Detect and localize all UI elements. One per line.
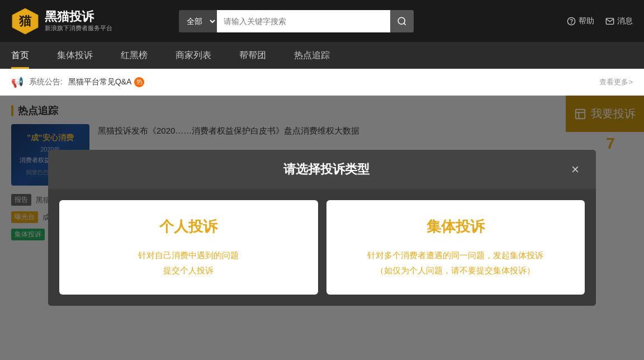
personal-complaint-desc: 针对自己消费中遇到的问题 提交个人投诉 (70, 248, 307, 278)
personal-complaint-title: 个人投诉 (70, 217, 307, 236)
svg-point-2 (398, 17, 405, 24)
nav-item-home[interactable]: 首页 (11, 42, 29, 69)
complaint-type-modal: 请选择投诉类型 × 个人投诉 针对自己消费中遇到的问题 提交个人投诉 集体投诉 … (48, 150, 596, 306)
logo-icon: 猫 (11, 7, 39, 35)
main-nav: 首页 集体投诉 红黑榜 商家列表 帮帮团 热点追踪 (0, 42, 644, 69)
announcement-bar: 📢 系统公告: 黑猫平台常见Q&A 热 查看更多> (0, 69, 644, 96)
header-right: 帮助 消息 (567, 16, 633, 26)
group-complaint-desc: 针对多个消费者遭遇的同一问题，发起集体投诉 （如仅为个人问题，请不要提交集体投诉… (338, 248, 574, 278)
search-area: 全部 (179, 10, 414, 32)
group-complaint-title: 集体投诉 (338, 217, 574, 236)
search-input[interactable] (217, 10, 390, 32)
modal-close-button[interactable]: × (571, 163, 579, 176)
nav-item-hot-tracking[interactable]: 热点追踪 (294, 42, 330, 69)
svg-text:猫: 猫 (18, 14, 32, 28)
group-complaint-option[interactable]: 集体投诉 针对多个消费者遭遇的同一问题，发起集体投诉 （如仅为个人问题，请不要提… (326, 200, 585, 295)
help-link[interactable]: 帮助 (567, 16, 594, 26)
logo-text: 黑猫投诉 新浪旗下消费者服务平台 (45, 10, 112, 32)
announcement-label: 系统公告: (29, 77, 63, 87)
nav-item-ranking[interactable]: 红黑榜 (121, 42, 148, 69)
announcement-text: 黑猫平台常见Q&A (68, 77, 132, 87)
nav-item-help-group[interactable]: 帮帮团 (239, 42, 266, 69)
header: 猫 黑猫投诉 新浪旗下消费者服务平台 全部 帮助 消息 (0, 0, 644, 42)
message-label: 消息 (617, 16, 633, 26)
announcement-badge: 热 (134, 77, 144, 87)
main-area: 我要投诉 热点追踪 "成"安心消费 2020年 消费者权益保护白皮书 阿里巴巴 … (0, 96, 644, 360)
logo-area: 猫 黑猫投诉 新浪旗下消费者服务平台 (11, 7, 123, 35)
announcement-more-link[interactable]: 查看更多> (599, 77, 633, 87)
search-category-select[interactable]: 全部 (179, 10, 217, 32)
nav-item-group-complaint[interactable]: 集体投诉 (57, 42, 93, 69)
personal-complaint-option[interactable]: 个人投诉 针对自己消费中遇到的问题 提交个人投诉 (59, 200, 318, 295)
modal-header: 请选择投诉类型 × (48, 150, 596, 189)
announcement-icon: 📢 (11, 76, 23, 88)
search-button[interactable] (390, 10, 414, 32)
modal-body: 个人投诉 针对自己消费中遇到的问题 提交个人投诉 集体投诉 针对多个消费者遭遇的… (48, 189, 596, 306)
nav-item-merchant-list[interactable]: 商家列表 (176, 42, 211, 69)
modal-title: 请选择投诉类型 (82, 161, 571, 178)
logo-title: 黑猫投诉 (45, 10, 112, 24)
message-link[interactable]: 消息 (605, 16, 633, 26)
svg-point-4 (571, 23, 572, 23)
modal-overlay[interactable]: 请选择投诉类型 × 个人投诉 针对自己消费中遇到的问题 提交个人投诉 集体投诉 … (0, 96, 644, 360)
help-label: 帮助 (579, 16, 594, 26)
logo-subtitle: 新浪旗下消费者服务平台 (45, 24, 112, 32)
